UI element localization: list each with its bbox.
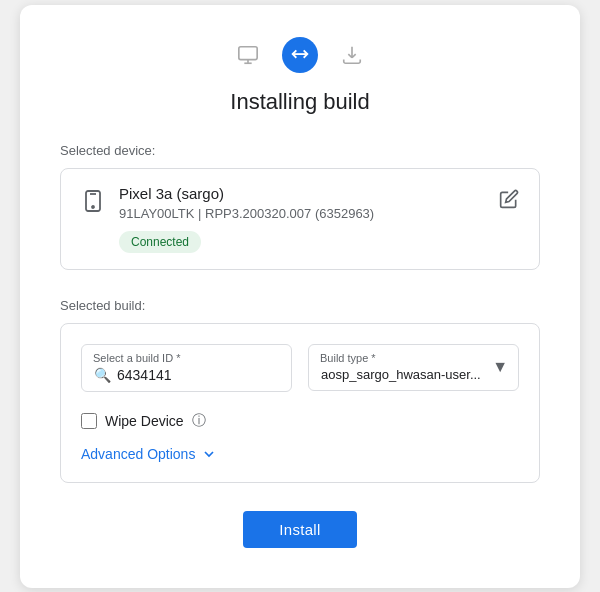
status-badge: Connected: [119, 231, 201, 253]
svg-point-5: [92, 206, 94, 208]
help-icon[interactable]: ⓘ: [192, 412, 206, 430]
wipe-device-label[interactable]: Wipe Device: [105, 413, 184, 429]
dialog-title: Installing build: [60, 89, 540, 115]
build-inputs-row: Select a build ID * 🔍 Build type * aosp_…: [81, 344, 519, 392]
build-type-select[interactable]: aosp_sargo_hwasan-user... ▼: [308, 344, 519, 391]
wipe-device-row: Wipe Device ⓘ: [81, 412, 519, 430]
build-type-field: Build type * aosp_sargo_hwasan-user... ▼: [308, 344, 519, 392]
device-phone-icon: [81, 189, 105, 217]
step-transfer-icon: [282, 37, 318, 73]
advanced-options-label: Advanced Options: [81, 446, 195, 462]
build-id-field: Select a build ID * 🔍: [81, 344, 292, 392]
device-section-label: Selected device:: [60, 143, 540, 158]
search-icon: 🔍: [94, 367, 111, 383]
chevron-down-icon: ▼: [492, 358, 508, 376]
build-section-label: Selected build:: [60, 298, 540, 313]
build-id-input[interactable]: [117, 367, 279, 383]
device-serial: 91LAY00LTK | RPP3.200320.007 (6352963): [119, 206, 485, 221]
device-card: Pixel 3a (sargo) 91LAY00LTK | RPP3.20032…: [60, 168, 540, 270]
step-download-icon: [334, 37, 370, 73]
device-name: Pixel 3a (sargo): [119, 185, 485, 202]
step-monitor-icon: [230, 37, 266, 73]
edit-device-icon[interactable]: [499, 189, 519, 213]
wipe-device-checkbox[interactable]: [81, 413, 97, 429]
chevron-down-icon: [201, 446, 217, 462]
build-card: Select a build ID * 🔍 Build type * aosp_…: [60, 323, 540, 483]
stepper: [60, 37, 540, 73]
advanced-options-toggle[interactable]: Advanced Options: [81, 446, 519, 462]
install-button[interactable]: Install: [243, 511, 356, 548]
build-id-input-wrap[interactable]: 🔍: [81, 344, 292, 392]
svg-rect-0: [239, 46, 257, 59]
device-info: Pixel 3a (sargo) 91LAY00LTK | RPP3.20032…: [119, 185, 485, 253]
installing-build-dialog: Installing build Selected device: Pixel …: [20, 5, 580, 588]
